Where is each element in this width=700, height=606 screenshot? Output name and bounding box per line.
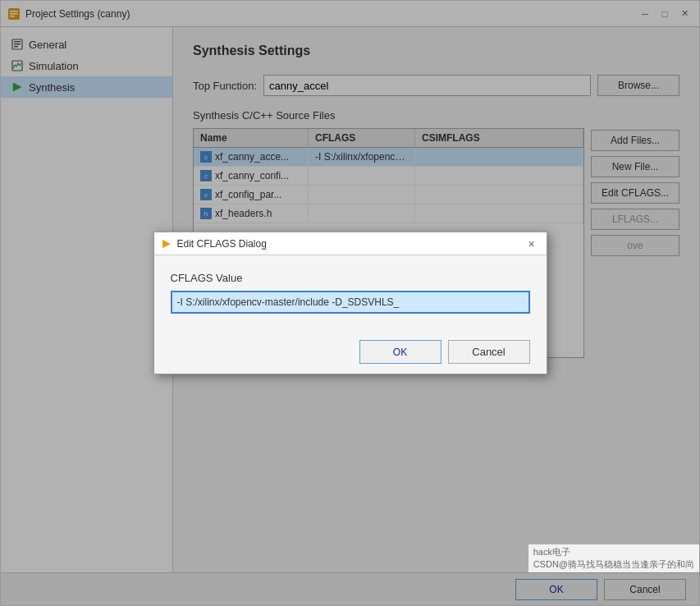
watermark-line2: CSDN@骑马找马稳稳当当逢亲子的和尚 [533, 558, 694, 571]
edit-cflags-dialog: Edit CFLAGS Dialog × CFLAGS Value OK Can… [153, 232, 547, 374]
cflags-value-label: CFLAGS Value [171, 272, 530, 284]
modal-ok-button[interactable]: OK [359, 340, 442, 364]
modal-body: CFLAGS Value [154, 255, 547, 330]
modal-footer: OK Cancel [154, 330, 547, 374]
cflags-input[interactable] [171, 291, 530, 314]
modal-title: Edit CFLAGS Dialog [177, 238, 267, 250]
modal-close-button[interactable]: × [524, 236, 540, 252]
svg-marker-10 [162, 240, 171, 248]
modal-overlay: Edit CFLAGS Dialog × CFLAGS Value OK Can… [1, 1, 699, 605]
modal-dialog-icon [161, 238, 172, 250]
watermark: hack电子 CSDN@骑马找马稳稳当当逢亲子的和尚 [528, 544, 699, 572]
modal-title-bar: Edit CFLAGS Dialog × [154, 232, 547, 255]
modal-cancel-button[interactable]: Cancel [448, 340, 530, 364]
watermark-line1: hack电子 [533, 546, 694, 558]
main-window: Project Settings (canny) ─ □ ✕ G [0, 0, 700, 606]
modal-title-left: Edit CFLAGS Dialog [161, 238, 267, 250]
